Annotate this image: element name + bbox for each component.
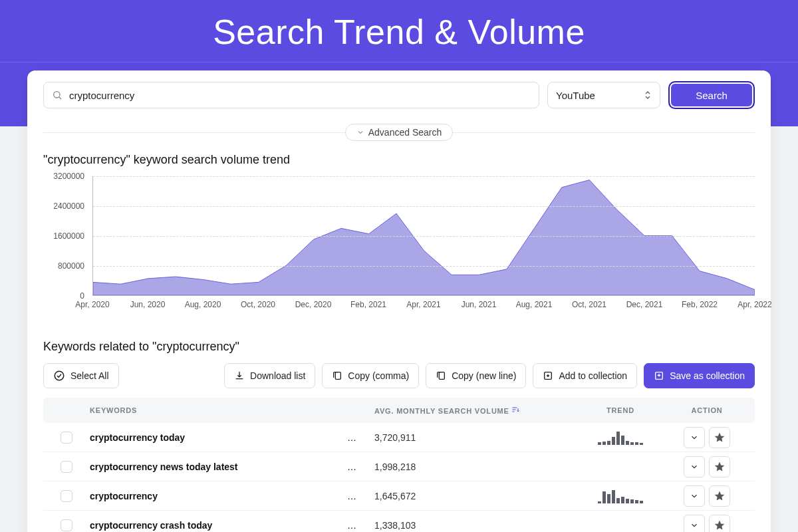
- favorite-row-button[interactable]: [709, 515, 730, 533]
- column-action: ACTION: [667, 406, 747, 414]
- download-icon: [234, 370, 245, 381]
- check-circle-icon: [53, 370, 65, 382]
- search-icon: [52, 90, 63, 100]
- expand-row-button[interactable]: [684, 485, 705, 507]
- keywords-toolbar: Select All Download list Copy (comma) Co…: [43, 363, 755, 388]
- x-tick-label: Aug, 2021: [516, 300, 553, 309]
- volume-cell: 1,338,103: [361, 520, 574, 531]
- advanced-search-row: Advanced Search: [43, 124, 755, 141]
- copy-newline-button[interactable]: Copy (new line): [426, 363, 526, 388]
- svg-point-0: [54, 92, 60, 98]
- source-select-value: YouTube: [556, 90, 595, 101]
- expand-row-button[interactable]: [684, 456, 705, 477]
- volume-trend-chart: 0800000160000024000003200000 Apr, 2020Ju…: [43, 176, 755, 329]
- clipboard-icon: [332, 370, 342, 381]
- row-checkbox[interactable]: [61, 461, 72, 473]
- column-volume[interactable]: AVG. MONTHLY SEARCH VOLUME: [361, 406, 574, 415]
- svg-point-2: [55, 371, 64, 380]
- main-card: YouTube Search Advanced Search "cryptocu…: [27, 70, 771, 532]
- x-tick-label: Apr, 2021: [406, 300, 440, 309]
- page-title: Search Trend & Volume: [0, 0, 798, 52]
- save-as-collection-button[interactable]: Save as collection: [644, 363, 755, 388]
- keyword-cell: cryptocurrency crash today: [82, 520, 342, 531]
- x-tick-label: Apr, 2020: [75, 300, 109, 309]
- row-checkbox[interactable]: [61, 519, 72, 531]
- chevron-down-icon: [690, 521, 699, 530]
- keywords-table: KEYWORDS AVG. MONTHLY SEARCH VOLUME TREN…: [43, 398, 755, 532]
- download-list-button[interactable]: Download list: [224, 363, 315, 388]
- table-row: cryptocurrency…1,645,672: [43, 481, 755, 511]
- search-input[interactable]: [69, 90, 531, 101]
- expand-row-button[interactable]: [684, 427, 705, 448]
- svg-marker-7: [715, 433, 724, 442]
- column-trend[interactable]: TREND: [574, 406, 667, 414]
- copy-comma-label: Copy (comma): [348, 370, 409, 381]
- y-tick-label: 0: [80, 291, 84, 301]
- volume-cell: 3,720,911: [361, 432, 574, 443]
- chevron-down-icon: [356, 128, 364, 136]
- favorite-row-button[interactable]: [709, 427, 730, 448]
- add-collection-icon: [543, 370, 553, 381]
- star-icon: [714, 432, 725, 443]
- trend-cell: [574, 430, 667, 445]
- chevron-down-icon: [690, 462, 699, 471]
- search-input-wrap[interactable]: [43, 82, 539, 108]
- x-tick-label: Dec, 2020: [295, 300, 332, 309]
- chart-title: "cryptocurrency" keyword search volume t…: [43, 153, 755, 167]
- chevron-down-icon: [690, 491, 699, 501]
- add-to-collection-label: Add to collection: [559, 370, 627, 381]
- favorite-row-button[interactable]: [709, 485, 730, 507]
- star-icon: [714, 491, 725, 501]
- row-more-icon[interactable]: …: [342, 462, 361, 472]
- row-more-icon[interactable]: …: [342, 432, 361, 443]
- row-more-icon[interactable]: …: [342, 491, 361, 501]
- copy-comma-button[interactable]: Copy (comma): [322, 363, 419, 388]
- trend-cell: [574, 489, 667, 503]
- favorite-row-button[interactable]: [709, 456, 730, 477]
- x-tick-label: Oct, 2021: [572, 300, 606, 309]
- advanced-search-label: Advanced Search: [368, 127, 442, 138]
- x-tick-label: Apr, 2022: [737, 300, 771, 309]
- row-checkbox[interactable]: [61, 432, 72, 444]
- clipboard-icon: [436, 370, 446, 381]
- x-tick-label: Feb, 2022: [682, 300, 718, 309]
- area-series: [93, 180, 755, 295]
- save-as-collection-label: Save as collection: [670, 370, 745, 381]
- search-button[interactable]: Search: [668, 81, 755, 109]
- trend-sparkline: [574, 430, 667, 445]
- select-all-label: Select All: [70, 370, 109, 381]
- related-keywords-title: Keywords related to "cryptocurrency": [43, 340, 755, 354]
- svg-rect-4: [439, 372, 444, 380]
- x-tick-label: Dec, 2021: [626, 300, 663, 309]
- x-tick-label: Jun, 2020: [130, 300, 166, 309]
- volume-cell: 1,645,672: [361, 491, 574, 501]
- select-all-button[interactable]: Select All: [43, 363, 119, 388]
- star-icon: [714, 462, 725, 472]
- star-icon: [714, 520, 725, 531]
- svg-marker-10: [715, 521, 724, 529]
- add-to-collection-button[interactable]: Add to collection: [533, 363, 637, 388]
- row-checkbox[interactable]: [61, 490, 72, 502]
- expand-row-button[interactable]: [684, 515, 705, 533]
- source-select[interactable]: YouTube: [547, 82, 660, 108]
- y-tick-label: 1600000: [53, 231, 84, 241]
- table-row: cryptocurrency news today latest…1,998,2…: [43, 452, 755, 481]
- table-header: KEYWORDS AVG. MONTHLY SEARCH VOLUME TREN…: [43, 398, 755, 423]
- x-tick-label: Oct, 2020: [241, 300, 275, 309]
- y-tick-label: 800000: [58, 261, 84, 271]
- column-keywords[interactable]: KEYWORDS: [82, 406, 342, 414]
- x-tick-label: Feb, 2021: [350, 300, 386, 309]
- svg-marker-9: [715, 491, 724, 500]
- table-row: cryptocurrency today…3,720,911: [43, 423, 755, 452]
- table-row: cryptocurrency crash today…1,338,103: [43, 511, 755, 532]
- chevron-down-icon: [690, 433, 699, 442]
- x-tick-label: Jun, 2021: [462, 300, 497, 309]
- row-more-icon[interactable]: …: [342, 520, 361, 531]
- advanced-search-toggle[interactable]: Advanced Search: [345, 124, 454, 141]
- keyword-cell: cryptocurrency: [82, 491, 342, 501]
- volume-cell: 1,998,218: [361, 462, 574, 472]
- sort-desc-icon: [511, 407, 520, 415]
- svg-line-1: [59, 97, 61, 99]
- svg-rect-3: [336, 372, 341, 380]
- keyword-cell: cryptocurrency today: [82, 432, 342, 443]
